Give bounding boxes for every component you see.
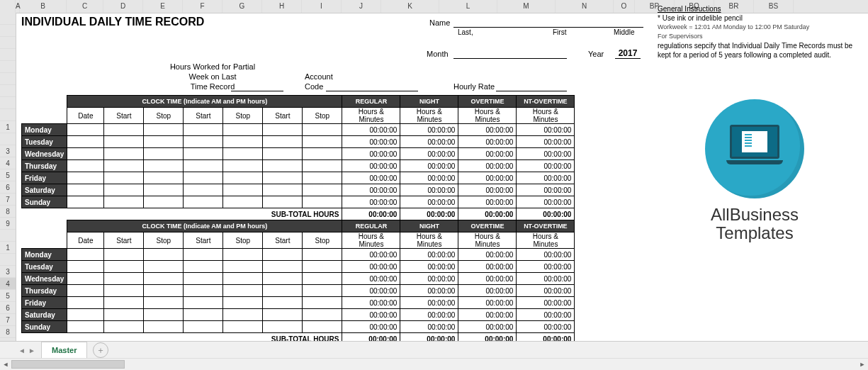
week2-table[interactable]: CLOCK TIME (Indicate AM and PM hours)REG… bbox=[21, 220, 575, 342]
time-cell[interactable] bbox=[104, 184, 144, 196]
time-cell[interactable] bbox=[104, 249, 144, 261]
table-row[interactable]: Monday00:00:0000:00:0000:00:0000:00:00 bbox=[22, 249, 575, 261]
hours-cell[interactable]: 00:00:00 bbox=[342, 172, 400, 184]
col-header-L[interactable]: L bbox=[439, 0, 497, 13]
scroll-right-icon[interactable]: ► bbox=[857, 359, 868, 369]
time-cell[interactable] bbox=[303, 196, 342, 208]
col-header-H[interactable]: H bbox=[262, 0, 302, 13]
hours-cell[interactable]: 00:00:00 bbox=[517, 184, 575, 196]
time-cell[interactable] bbox=[184, 249, 223, 261]
time-cell[interactable] bbox=[184, 285, 223, 297]
row-header[interactable] bbox=[0, 109, 16, 121]
date-cell[interactable] bbox=[67, 136, 104, 148]
time-cell[interactable] bbox=[144, 249, 184, 261]
hours-cell[interactable]: 00:00:00 bbox=[458, 196, 517, 208]
date-cell[interactable] bbox=[67, 261, 104, 273]
hours-cell[interactable]: 00:00:00 bbox=[458, 184, 517, 196]
time-cell[interactable] bbox=[144, 124, 184, 136]
table-row[interactable]: Friday00:00:0000:00:0000:00:0000:00:00 bbox=[22, 172, 575, 184]
time-cell[interactable] bbox=[223, 136, 263, 148]
row-header[interactable]: 6 bbox=[0, 302, 16, 314]
date-cell[interactable] bbox=[67, 184, 104, 196]
date-cell[interactable] bbox=[67, 285, 104, 297]
row-header[interactable]: 6 bbox=[0, 181, 16, 194]
hours-cell[interactable]: 00:00:00 bbox=[400, 172, 458, 184]
sheet-tab-master[interactable]: Master bbox=[41, 342, 87, 359]
table-row[interactable]: Tuesday00:00:0000:00:0000:00:0000:00:00 bbox=[22, 136, 575, 148]
row-header[interactable]: 1 bbox=[0, 121, 16, 133]
hours-cell[interactable]: 00:00:00 bbox=[400, 273, 458, 285]
hours-cell[interactable]: 00:00:00 bbox=[517, 309, 575, 321]
table-row[interactable]: Saturday00:00:0000:00:0000:00:0000:00:00 bbox=[22, 309, 575, 321]
hours-cell[interactable]: 00:00:00 bbox=[458, 273, 517, 285]
time-cell[interactable] bbox=[303, 172, 342, 184]
time-cell[interactable] bbox=[223, 148, 263, 160]
col-header-E[interactable]: E bbox=[143, 0, 183, 13]
time-cell[interactable] bbox=[144, 285, 184, 297]
hours-cell[interactable]: 00:00:00 bbox=[342, 273, 400, 285]
time-cell[interactable] bbox=[223, 297, 263, 309]
time-cell[interactable] bbox=[184, 309, 223, 321]
row-header[interactable]: 9 bbox=[0, 218, 16, 230]
time-cell[interactable] bbox=[263, 249, 303, 261]
time-cell[interactable] bbox=[263, 321, 303, 333]
time-cell[interactable] bbox=[263, 309, 303, 321]
row-header[interactable] bbox=[0, 230, 16, 242]
col-header-M[interactable]: M bbox=[497, 0, 556, 13]
col-header-I[interactable]: I bbox=[302, 0, 342, 13]
time-cell[interactable] bbox=[144, 172, 184, 184]
hours-cell[interactable]: 00:00:00 bbox=[400, 124, 458, 136]
row-header[interactable]: 4 bbox=[0, 157, 16, 169]
time-cell[interactable] bbox=[223, 321, 263, 333]
hours-cell[interactable]: 00:00:00 bbox=[517, 249, 575, 261]
time-cell[interactable] bbox=[104, 297, 144, 309]
col-header-G[interactable]: G bbox=[222, 0, 262, 13]
col-header-O[interactable]: O bbox=[614, 0, 635, 13]
date-cell[interactable] bbox=[67, 321, 104, 333]
hours-cell[interactable]: 00:00:00 bbox=[517, 148, 575, 160]
time-cell[interactable] bbox=[223, 261, 263, 273]
tab-prev-icon[interactable]: ◄ bbox=[17, 345, 27, 355]
hours-cell[interactable]: 00:00:00 bbox=[400, 196, 458, 208]
hours-cell[interactable]: 00:00:00 bbox=[458, 309, 517, 321]
tab-next-icon[interactable]: ► bbox=[27, 345, 37, 355]
hours-cell[interactable]: 00:00:00 bbox=[517, 285, 575, 297]
week1-table[interactable]: CLOCK TIME (Indicate AM and PM hours)REG… bbox=[21, 95, 575, 220]
time-cell[interactable] bbox=[223, 309, 263, 321]
hours-cell[interactable]: 00:00:00 bbox=[458, 148, 517, 160]
hours-cell[interactable]: 00:00:00 bbox=[517, 261, 575, 273]
time-cell[interactable] bbox=[263, 273, 303, 285]
hours-cell[interactable]: 00:00:00 bbox=[400, 184, 458, 196]
time-cell[interactable] bbox=[303, 285, 342, 297]
table-row[interactable]: Friday00:00:0000:00:0000:00:0000:00:00 bbox=[22, 297, 575, 309]
time-cell[interactable] bbox=[223, 249, 263, 261]
col-header-N[interactable]: N bbox=[556, 0, 614, 13]
table-row[interactable]: Monday00:00:0000:00:0000:00:0000:00:00 bbox=[22, 124, 575, 136]
time-cell[interactable] bbox=[144, 196, 184, 208]
time-cell[interactable] bbox=[303, 249, 342, 261]
row-header[interactable]: 1 bbox=[0, 242, 16, 254]
col-header-J[interactable]: J bbox=[342, 0, 381, 13]
col-header-F[interactable]: F bbox=[183, 0, 222, 13]
row-header[interactable]: 3 bbox=[0, 266, 16, 278]
time-cell[interactable] bbox=[144, 160, 184, 172]
hours-cell[interactable]: 00:00:00 bbox=[342, 261, 400, 273]
time-cell[interactable] bbox=[303, 273, 342, 285]
hours-cell[interactable]: 00:00:00 bbox=[342, 136, 400, 148]
hours-cell[interactable]: 00:00:00 bbox=[400, 249, 458, 261]
hours-cell[interactable]: 00:00:00 bbox=[517, 160, 575, 172]
time-cell[interactable] bbox=[184, 184, 223, 196]
hours-cell[interactable]: 00:00:00 bbox=[517, 172, 575, 184]
row-header[interactable]: 7 bbox=[0, 314, 16, 326]
hours-cell[interactable]: 00:00:00 bbox=[342, 124, 400, 136]
hours-cell[interactable]: 00:00:00 bbox=[400, 160, 458, 172]
hours-cell[interactable]: 00:00:00 bbox=[342, 196, 400, 208]
table-row[interactable]: Saturday00:00:0000:00:0000:00:0000:00:00 bbox=[22, 184, 575, 196]
hours-cell[interactable]: 00:00:00 bbox=[458, 160, 517, 172]
hours-cell[interactable]: 00:00:00 bbox=[342, 285, 400, 297]
time-cell[interactable] bbox=[184, 160, 223, 172]
time-cell[interactable] bbox=[263, 160, 303, 172]
time-cell[interactable] bbox=[303, 184, 342, 196]
row-header[interactable] bbox=[0, 13, 16, 25]
row-header[interactable]: 8 bbox=[0, 326, 16, 338]
